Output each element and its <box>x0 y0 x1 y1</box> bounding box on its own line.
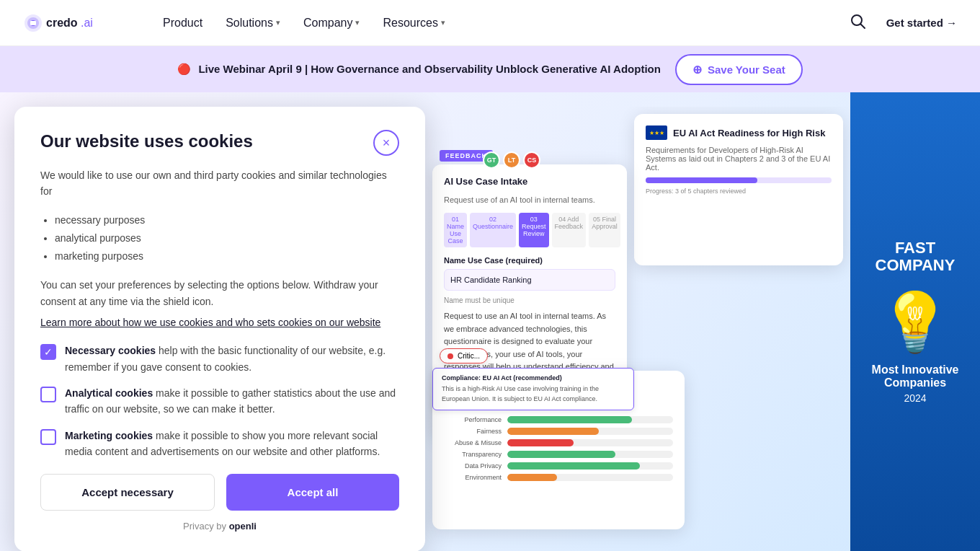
marketing-cookies-label: Marketing cookies <box>65 430 153 441</box>
step-2: 02 Questionnaire <box>470 213 516 247</box>
openli-link[interactable]: openli <box>229 521 257 532</box>
risk-bar-fill <box>507 416 632 423</box>
risk-bar-track <box>507 462 673 470</box>
eu-act-subtitle: Requirements for Developers of High-Risk… <box>646 146 832 172</box>
unique-name-hint: Name must be unique <box>444 296 615 304</box>
accept-all-button[interactable]: Accept all <box>226 474 399 511</box>
svg-rect-3 <box>30 21 36 25</box>
risk-bar-label: Transparency <box>444 451 502 458</box>
cookie-title: Our website uses cookies <box>40 130 253 152</box>
risk-bar-row: Environment <box>444 474 673 481</box>
risk-bar-track <box>507 439 673 446</box>
cookie-footer: Privacy by openli <box>40 521 399 532</box>
nav-item-product-label: Product <box>163 17 202 30</box>
cookie-description: We would like to use our own and third p… <box>40 167 399 200</box>
risk-bar-row: Performance <box>444 416 673 423</box>
progress-steps: 01 Name Use Case 02 Questionnaire 03 Req… <box>444 213 615 247</box>
navbar-logo[interactable]: credo .ai <box>23 10 124 36</box>
risk-bars: Performance Fairness Abuse & Misuse Tran… <box>444 416 673 481</box>
navbar-right: Get started → <box>845 8 957 38</box>
save-seat-label: Save Your Seat <box>708 63 785 76</box>
risk-bar-row: Transparency <box>444 451 673 458</box>
risk-bar-label: Performance <box>444 416 502 423</box>
avatar-gt: GT <box>483 151 500 169</box>
risk-bar-fill <box>507 474 557 481</box>
compliance-card: Compliance: EU AI Act (recommended) This… <box>432 368 634 410</box>
cookie-purpose-analytical: analytical purposes <box>55 229 399 247</box>
cookie-close-button[interactable]: × <box>373 130 399 156</box>
avatar-lt: LT <box>503 151 520 169</box>
nav-item-resources[interactable]: Resources ▾ <box>373 11 455 35</box>
compliance-title: Compliance: EU AI Act (recommended) <box>442 374 625 382</box>
logo-svg: credo .ai <box>23 10 124 36</box>
risk-bar-fill <box>507 451 615 458</box>
step-5: 05 Final Approval <box>589 213 620 247</box>
risk-bar-label: Environment <box>444 474 502 481</box>
resources-chevron-icon: ▾ <box>441 18 445 27</box>
risk-bar-fill <box>507 428 599 435</box>
risk-bar-label: Data Privacy <box>444 462 502 470</box>
nav-links: Product Solutions ▾ Company ▾ Resources … <box>153 11 455 35</box>
marketing-cookies-text: Marketing cookies make it possible to sh… <box>65 428 399 460</box>
governance-team-avatars: GT LT CS <box>483 151 540 169</box>
risk-bar-track <box>507 428 673 435</box>
risk-bar-track <box>507 416 673 423</box>
lightbulb-icon: 💡 <box>879 288 951 356</box>
svg-text:credo: credo <box>46 17 78 29</box>
necessary-cookies-checkbox[interactable] <box>40 344 56 360</box>
critical-label: Critic... <box>458 352 480 360</box>
cookie-header: Our website uses cookies × <box>40 130 399 156</box>
step-3: 03 Request Review <box>519 213 549 247</box>
search-button[interactable] <box>845 8 872 38</box>
nav-item-solutions[interactable]: Solutions ▾ <box>215 11 290 35</box>
nav-item-product[interactable]: Product <box>153 11 213 35</box>
risk-bar-row: Data Privacy <box>444 462 673 470</box>
intake-form-desc: Request use of an AI tool in internal te… <box>444 195 615 204</box>
risk-bar-track <box>507 474 673 481</box>
cookie-learn-more-link[interactable]: Learn more about how we use cookies and … <box>40 317 399 328</box>
analytical-cookies-checkbox[interactable] <box>40 387 56 402</box>
critical-indicator <box>447 353 453 359</box>
cookie-footer-text: Privacy by <box>183 521 226 532</box>
nav-item-company[interactable]: Company ▾ <box>293 11 370 35</box>
eu-act-card: ★★★ EU AI Act Readiness for High Risk Re… <box>634 114 843 265</box>
marketing-cookies-checkbox[interactable] <box>40 429 56 445</box>
company-chevron-icon: ▾ <box>355 18 360 27</box>
risk-bar-label: Fairness <box>444 428 502 435</box>
cookie-dialog: Our website uses cookies × We would like… <box>14 107 425 551</box>
cookie-section-analytical: Analytical cookies make it possible to g… <box>40 385 399 418</box>
cookie-purpose-marketing: marketing purposes <box>55 247 399 265</box>
intake-form-title: AI Use Case Intake <box>444 176 615 187</box>
cookie-section-marketing: Marketing cookies make it possible to sh… <box>40 428 399 460</box>
svg-line-7 <box>860 24 865 28</box>
risk-bar-row: Abuse & Misuse <box>444 439 673 446</box>
risk-bar-fill <box>507 439 574 446</box>
solutions-chevron-icon: ▾ <box>276 18 280 27</box>
save-seat-button[interactable]: ⊕ Save Your Seat <box>675 54 803 85</box>
announcement-banner: 🔴 Live Webinar April 9 | How Governance … <box>0 46 980 92</box>
cookie-section-necessary: Necessary cookies help with the basic fu… <box>40 343 399 375</box>
analytical-cookies-label: Analytical cookies <box>65 387 153 399</box>
get-started-button[interactable]: Get started → <box>886 17 957 29</box>
nav-item-resources-label: Resources <box>383 17 437 30</box>
analytical-cookies-text: Analytical cookies make it possible to g… <box>65 385 399 418</box>
search-icon <box>850 14 866 30</box>
risk-bar-track <box>507 451 673 458</box>
fast-company-subtitle: Most Innovative Companies <box>865 363 966 389</box>
fast-company-badge: FAST COMPANY 💡 Most Innovative Companies… <box>850 92 980 551</box>
eu-stars-icon: ★★★ <box>649 130 664 136</box>
eu-act-title: EU AI Act Readiness for High Risk <box>673 128 825 138</box>
navbar: credo .ai Product Solutions ▾ Company ▾ … <box>0 0 980 46</box>
dashboard-area: ★★★ EU AI Act Readiness for High Risk Re… <box>418 107 850 551</box>
avatar-cs: CS <box>523 151 540 169</box>
calendar-icon: ⊕ <box>692 63 702 76</box>
use-case-value: HR Candidate Ranking <box>444 269 615 291</box>
svg-text:.ai: .ai <box>81 17 93 29</box>
cookie-purposes-list: necessary purposes analytical purposes m… <box>55 211 399 266</box>
accept-necessary-button[interactable]: Accept necessary <box>40 474 215 511</box>
nav-item-company-label: Company <box>303 17 352 30</box>
compliance-desc: This is a high-Risk AI Use case involvin… <box>442 384 625 404</box>
risk-bar-label: Abuse & Misuse <box>444 439 502 446</box>
cookie-buttons: Accept necessary Accept all <box>40 474 399 511</box>
risk-bar-row: Fairness <box>444 428 673 435</box>
